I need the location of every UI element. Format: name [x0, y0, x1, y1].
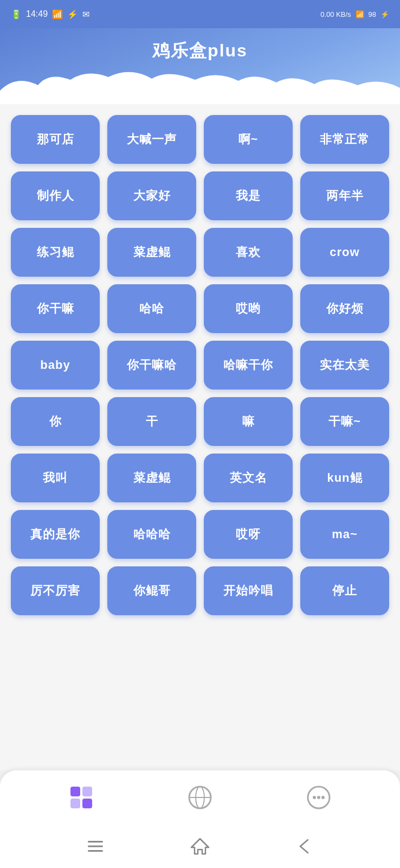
btn-ni-hao-fan[interactable]: 你好烦 — [300, 284, 389, 333]
btn-stop[interactable]: 停止 — [300, 566, 389, 615]
battery-icon: 🔋 — [11, 9, 22, 20]
status-left: 🔋 14:49 📶 ⚡ ✉ — [11, 9, 89, 20]
btn-gan-ma-tilde[interactable]: 干嘛~ — [300, 397, 389, 446]
btn-dajia-hao[interactable]: 大家好 — [107, 171, 196, 220]
btn-baby[interactable]: baby — [11, 341, 100, 390]
btn-ai-yo[interactable]: 哎哟 — [204, 284, 293, 333]
btn-zhizuo-ren[interactable]: 制作人 — [11, 171, 100, 220]
nav-chat-tab[interactable] — [304, 783, 333, 812]
btn-kun-kun[interactable]: kun鲲 — [300, 454, 389, 502]
sys-back-button[interactable] — [295, 837, 314, 856]
sys-home-button[interactable] — [190, 837, 210, 856]
svg-rect-1 — [82, 787, 92, 796]
btn-ni-kun-ge[interactable]: 你鲲哥 — [107, 566, 196, 615]
app-header: 鸡乐盒plus — [0, 28, 400, 104]
btn-ma-tilde[interactable]: ma~ — [300, 510, 389, 559]
btn-dahan-yi-sheng[interactable]: 大喊一声 — [107, 115, 196, 164]
menu-icon — [86, 837, 105, 856]
btn-ying-wen-ming[interactable]: 英文名 — [204, 454, 293, 502]
btn-shizai-tai-mei[interactable]: 实在太美 — [300, 341, 389, 390]
system-nav-bar — [0, 825, 400, 868]
notification-icon: ✉ — [82, 9, 89, 20]
svg-marker-14 — [191, 839, 209, 854]
app-title: 鸡乐盒plus — [0, 34, 400, 74]
svg-rect-13 — [88, 850, 103, 852]
btn-hahaha[interactable]: 哈哈哈 — [107, 510, 196, 559]
nav-explore-tab[interactable] — [185, 783, 215, 812]
charging-icon: ⚡ — [380, 10, 389, 18]
svg-rect-11 — [88, 841, 103, 843]
signal-icon: 📶 — [52, 9, 63, 20]
network-speed: 0.00 KB/s — [320, 10, 351, 18]
status-right: 0.00 KB/s 📶 98 ⚡ — [320, 10, 389, 18]
button-grid: 那可店 大喊一声 啊~ 非常正常 制作人 大家好 我是 两年半 练习鲲 菜虚鲲 … — [11, 110, 389, 621]
btn-cai-xu-kun[interactable]: 菜虚鲲 — [107, 228, 196, 277]
btn-haha[interactable]: 哈哈 — [107, 284, 196, 333]
sys-home-icon — [190, 837, 210, 856]
bottom-nav — [0, 770, 400, 825]
svg-rect-2 — [70, 799, 80, 808]
home-icon — [68, 784, 94, 810]
svg-point-8 — [313, 796, 316, 799]
status-time: 14:49 — [26, 9, 48, 19]
btn-crow[interactable]: crow — [300, 228, 389, 277]
svg-rect-3 — [82, 799, 92, 808]
usb-icon: ⚡ — [67, 9, 78, 20]
btn-a[interactable]: 啊~ — [204, 115, 293, 164]
svg-rect-0 — [70, 787, 80, 796]
btn-liang-nian-ban[interactable]: 两年半 — [300, 171, 389, 220]
chat-icon — [306, 784, 332, 810]
btn-ni-gan-ma-ha[interactable]: 你干嘛哈 — [107, 341, 196, 390]
main-content: 那可店 大喊一声 啊~ 非常正常 制作人 大家好 我是 两年半 练习鲲 菜虚鲲 … — [0, 104, 400, 770]
btn-ni-gan-ma[interactable]: 你干嘛 — [11, 284, 100, 333]
btn-xihuan[interactable]: 喜欢 — [204, 228, 293, 277]
btn-ha-ma-gan-ni[interactable]: 哈嘛干你 — [204, 341, 293, 390]
nav-home-tab[interactable] — [67, 783, 96, 812]
btn-zhende-shi-ni[interactable]: 真的是你 — [11, 510, 100, 559]
btn-nake-dian[interactable]: 那可店 — [11, 115, 100, 164]
btn-lianxi-kun[interactable]: 练习鲲 — [11, 228, 100, 277]
battery-level: 98 — [369, 10, 376, 18]
svg-point-9 — [317, 796, 320, 799]
sys-menu-button[interactable] — [86, 837, 105, 856]
btn-wo-jiao[interactable]: 我叫 — [11, 454, 100, 502]
cloud-decoration — [0, 69, 400, 104]
svg-point-10 — [321, 796, 325, 799]
svg-rect-12 — [88, 846, 103, 847]
btn-ai-ya[interactable]: 哎呀 — [204, 510, 293, 559]
status-bar: 🔋 14:49 📶 ⚡ ✉ 0.00 KB/s 📶 98 ⚡ — [0, 0, 400, 28]
btn-feichang-zhengchang[interactable]: 非常正常 — [300, 115, 389, 164]
btn-kaishi-yin-chang[interactable]: 开始吟唱 — [204, 566, 293, 615]
back-icon — [295, 837, 314, 856]
btn-gan[interactable]: 干 — [107, 397, 196, 446]
btn-ni[interactable]: 你 — [11, 397, 100, 446]
btn-li-bu-li-hai[interactable]: 厉不厉害 — [11, 566, 100, 615]
wifi-icon: 📶 — [356, 10, 364, 18]
explore-icon — [187, 784, 213, 810]
btn-cai-xu-kun-2[interactable]: 菜虚鲲 — [107, 454, 196, 502]
btn-ma[interactable]: 嘛 — [204, 397, 293, 446]
btn-wo-shi[interactable]: 我是 — [204, 171, 293, 220]
